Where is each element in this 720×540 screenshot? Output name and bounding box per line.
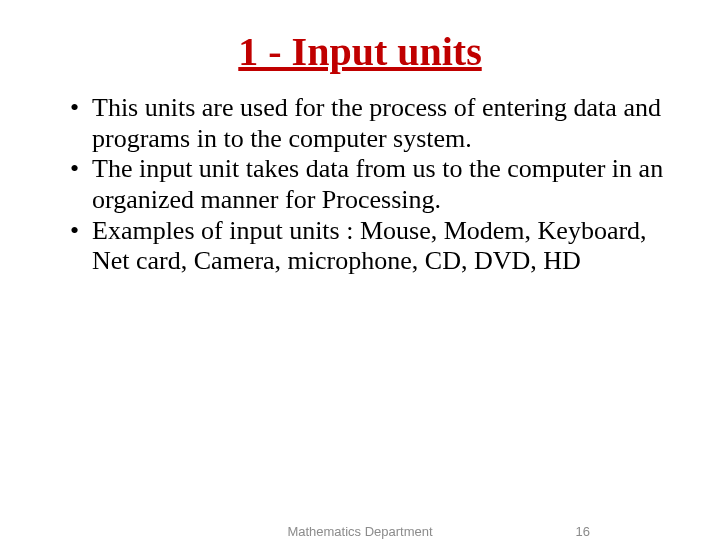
slide: 1 - Input units This units are used for …: [0, 28, 720, 540]
footer-department: Mathematics Department: [0, 524, 720, 539]
bullet-item: The input unit takes data from us to the…: [70, 154, 680, 215]
bullet-item: Examples of input units : Mouse, Modem, …: [70, 216, 680, 277]
slide-title: 1 - Input units: [0, 28, 720, 75]
slide-content: This units are used for the process of e…: [0, 93, 720, 277]
slide-footer: Mathematics Department 16: [0, 524, 720, 540]
bullet-item: This units are used for the process of e…: [70, 93, 680, 154]
footer-page-number: 16: [576, 524, 590, 539]
